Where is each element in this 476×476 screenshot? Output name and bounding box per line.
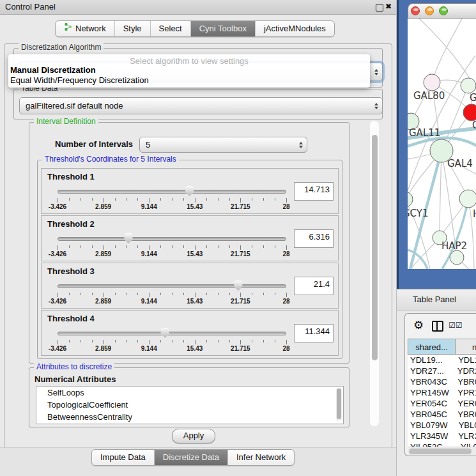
algorithm-dropdown-popup: Select algorithm to view settings Manual… (8, 54, 370, 88)
scrollbar-thumb[interactable] (337, 388, 341, 419)
dropdown-item[interactable]: Equal Width/Frequency Discretization (10, 75, 149, 85)
network-node-gcy1[interactable] (408, 192, 413, 207)
number-of-intervals-select[interactable]: 5 (139, 137, 307, 153)
cell-shared-name: YDR27... (408, 365, 454, 376)
slider-tick (126, 293, 127, 295)
network-window-frame: GAL80G.CGAL11GAL4GCY1HHAP2 (397, 0, 476, 289)
tab-impute-data[interactable]: Impute Data (92, 450, 155, 465)
tick-label: 21.715 (231, 298, 250, 305)
slider-tick (183, 245, 184, 248)
slider-thumb[interactable] (185, 186, 194, 196)
tab-label: Select (159, 22, 182, 36)
threshold-slider[interactable]: -3.4262.8599.14415.4321.71528 (58, 326, 286, 353)
threshold-value-field[interactable]: 6.316 (294, 229, 334, 248)
slider-thumb[interactable] (160, 328, 170, 338)
list-scrollbar[interactable] (336, 388, 342, 421)
apply-button[interactable]: Apply (172, 429, 215, 443)
threshold-slider[interactable]: -3.4262.8599.14415.4321.71528 (58, 279, 286, 306)
column-header-name[interactable]: na (456, 339, 476, 355)
tab-discretize-data[interactable]: Discretize Data (155, 450, 228, 465)
threshold-value-field[interactable]: 21.4 (294, 277, 334, 295)
scrollbar-thumb[interactable] (372, 135, 378, 360)
network-node-h[interactable] (459, 190, 476, 208)
slider-track[interactable] (58, 237, 286, 241)
table-panel-title: Table Panel (413, 289, 456, 310)
list-item[interactable]: BetweennessCentrality (36, 411, 343, 423)
table-row[interactable]: YBR043CYBR0 (408, 376, 476, 387)
mac-minimize-icon[interactable] (425, 6, 434, 15)
columns-icon[interactable] (432, 321, 443, 332)
slider-track[interactable] (58, 284, 286, 288)
network-window-titlebar[interactable] (408, 3, 476, 19)
threshold-list: Threshold 1-3.4262.8599.14415.4321.71528… (41, 168, 339, 357)
table-row[interactable]: YBL079WYBL0 (408, 420, 476, 431)
slider-tick (58, 293, 58, 297)
control-panel-titlebar[interactable]: Control Panel ✖ (0, 0, 396, 15)
slider-tick (58, 198, 58, 203)
slider-track[interactable] (58, 190, 286, 194)
threshold-value-field[interactable]: 11.344 (294, 324, 334, 342)
interval-definition-group: Interval Definition Number of Intervals … (29, 122, 349, 364)
tab-cyni-toolbox[interactable]: Cyni Toolbox (191, 21, 256, 36)
cell-shared-name: YER054C (408, 398, 454, 409)
table-row[interactable]: YER054CYER0 (408, 398, 476, 409)
tab-jactivemnodules[interactable]: jActiveMNodules (256, 21, 334, 36)
column-header-shared-name[interactable]: shared... (408, 339, 456, 355)
network-node-gal80[interactable] (424, 74, 440, 91)
threshold-label: Threshold 1 (47, 172, 95, 181)
table-panel-titlebar[interactable]: Table Panel (397, 289, 476, 311)
slider-tick (104, 340, 104, 344)
tab-infer-network[interactable]: Infer Network (228, 450, 294, 465)
close-icon[interactable]: ✖ (385, 2, 392, 11)
tab-style[interactable]: Style (115, 21, 151, 36)
dropdown-item[interactable]: Manual Discretization (10, 65, 96, 75)
network-node-g[interactable] (461, 78, 476, 93)
table-row[interactable]: YDL19...YDL1 (408, 355, 476, 365)
network-canvas[interactable]: GAL80G.CGAL11GAL4GCY1HHAP2 (408, 19, 476, 269)
cell-name: YBR0 (454, 376, 476, 387)
vertical-scrollbar[interactable] (370, 121, 379, 426)
horizontal-scrollbar[interactable] (408, 447, 476, 456)
table-data-select[interactable]: galFiltered.sif default node (19, 97, 383, 114)
list-item[interactable]: SelfLoops (36, 387, 343, 399)
scrollbar-thumb[interactable] (409, 449, 472, 454)
slider-tick (218, 245, 219, 248)
slider-tick (69, 340, 70, 342)
gear-icon[interactable]: ⚙ (413, 318, 424, 332)
table-row[interactable]: YPR145WYPR1 (408, 387, 476, 398)
slider-tick (286, 198, 287, 203)
tab-network[interactable]: Network (56, 21, 115, 36)
slider-tick (149, 198, 150, 203)
slider-tick (275, 245, 275, 248)
threshold-slider[interactable]: -3.4262.8599.14415.4321.71528 (58, 232, 286, 259)
tick-label: 28 (282, 345, 289, 352)
slider-tick (115, 198, 116, 201)
table-row[interactable]: YBR045CYBR0 (408, 409, 476, 420)
slider-tick (81, 293, 81, 295)
slider-tick (172, 340, 173, 342)
slider-tick (286, 340, 287, 344)
tab-label: Style (123, 22, 142, 36)
attributes-listbox[interactable]: SelfLoopsTopologicalCoefficientBetweenne… (36, 386, 344, 424)
float-window-icon[interactable] (376, 4, 383, 12)
tab-label: Discretize Data (163, 450, 219, 464)
slider-tick (252, 340, 252, 342)
table-toolbar: ⚙ ☑☑ (405, 314, 476, 339)
slider-track[interactable] (58, 332, 286, 335)
threshold-slider[interactable]: -3.4262.8599.14415.4321.71528 (58, 185, 286, 211)
mac-close-icon[interactable] (411, 6, 420, 15)
list-item[interactable]: TopologicalCoefficient (36, 399, 343, 411)
mac-zoom-icon[interactable] (439, 6, 448, 15)
network-node[interactable] (450, 250, 464, 265)
tab-select[interactable]: Select (151, 21, 191, 36)
threshold-value-field[interactable]: 14.713 (294, 182, 334, 201)
table-row[interactable]: YDR27...YDR2 (408, 365, 476, 376)
table-row[interactable]: YLR345WYLR3 (408, 431, 476, 441)
table-row[interactable]: YIL052CYIL0 (408, 441, 476, 447)
slider-thumb[interactable] (123, 233, 133, 243)
slider-thumb[interactable] (233, 280, 243, 291)
network-node-c[interactable] (463, 104, 476, 121)
slider-tick (206, 245, 207, 248)
checkboxes-icon[interactable]: ☑☑ (449, 321, 463, 330)
cell-name: YBR0 (454, 409, 476, 420)
